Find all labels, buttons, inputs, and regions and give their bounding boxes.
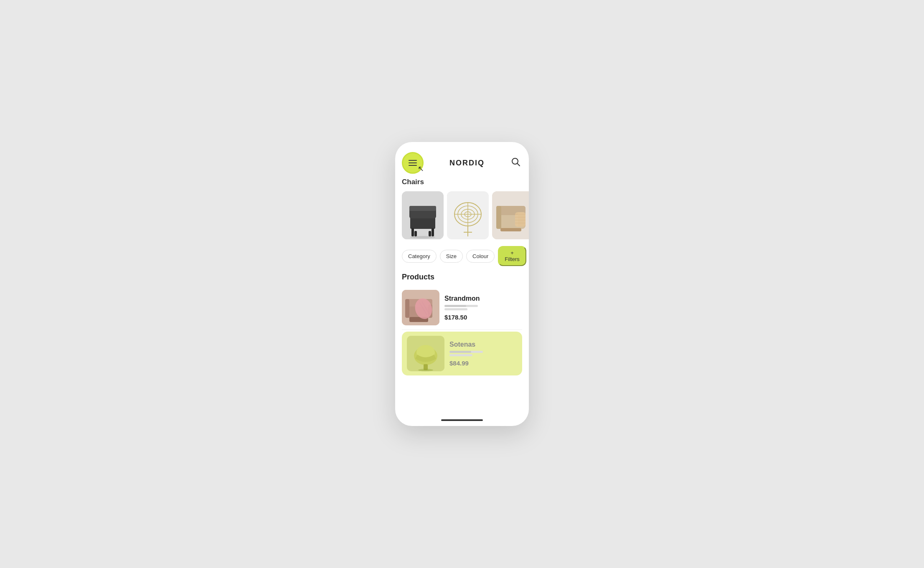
filter-more[interactable]: + Filters bbox=[498, 246, 526, 266]
product-name-sotenas: Sotenas bbox=[449, 341, 517, 348]
product-price-sotenas: $84.99 bbox=[449, 360, 517, 367]
filter-size[interactable]: Size bbox=[440, 250, 463, 263]
products-section-title: Products bbox=[395, 271, 529, 286]
filter-row: Category Size Colour + Filters bbox=[395, 241, 529, 271]
svg-rect-34 bbox=[405, 299, 409, 318]
svg-rect-6 bbox=[411, 228, 414, 236]
product-info-sotenas: Sotenas $84.99 bbox=[449, 341, 517, 367]
product-image-sotenas bbox=[407, 336, 444, 371]
sotenas-rating-bar-1 bbox=[449, 351, 483, 353]
category-label: Chairs bbox=[395, 177, 529, 190]
bottom-bar bbox=[395, 411, 529, 426]
cursor-icon: ↖ bbox=[418, 164, 424, 173]
svg-line-1 bbox=[518, 164, 520, 166]
svg-point-44 bbox=[418, 369, 433, 371]
product-image-strandmon bbox=[402, 290, 439, 325]
app-title: NORDIQ bbox=[424, 159, 510, 167]
svg-rect-8 bbox=[414, 231, 417, 236]
product-info-strandmon: Strandmon $178.50 bbox=[444, 295, 522, 321]
svg-rect-25 bbox=[500, 228, 521, 231]
product-price-strandmon: $178.50 bbox=[444, 314, 522, 321]
svg-rect-5 bbox=[409, 206, 436, 211]
svg-rect-9 bbox=[429, 231, 431, 236]
hamburger-icon bbox=[408, 159, 418, 167]
search-icon[interactable] bbox=[510, 157, 520, 169]
phone-frame: ↖ NORDIQ Chairs bbox=[395, 142, 529, 426]
filter-colour[interactable]: Colour bbox=[466, 250, 495, 263]
rating-bar-1 bbox=[444, 305, 478, 307]
svg-rect-7 bbox=[432, 228, 434, 236]
chair-image-2[interactable] bbox=[447, 191, 489, 239]
sotenas-rating-bar-2 bbox=[449, 354, 472, 356]
home-indicator bbox=[441, 419, 483, 421]
chair-image-1[interactable] bbox=[402, 191, 444, 239]
svg-rect-23 bbox=[496, 206, 501, 229]
product-list: Strandmon $178.50 bbox=[395, 286, 529, 375]
svg-point-10 bbox=[410, 236, 435, 238]
product-name-strandmon: Strandmon bbox=[444, 295, 522, 302]
menu-button[interactable]: ↖ bbox=[402, 152, 424, 174]
product-card-sotenas[interactable]: Sotenas $84.99 bbox=[402, 332, 522, 375]
filter-category[interactable]: Category bbox=[402, 250, 437, 263]
category-images bbox=[395, 190, 529, 241]
chair-image-3[interactable] bbox=[492, 191, 529, 239]
rating-bar-2 bbox=[444, 308, 467, 310]
product-card-strandmon[interactable]: Strandmon $178.50 bbox=[402, 286, 522, 330]
header: ↖ NORDIQ bbox=[395, 142, 529, 177]
